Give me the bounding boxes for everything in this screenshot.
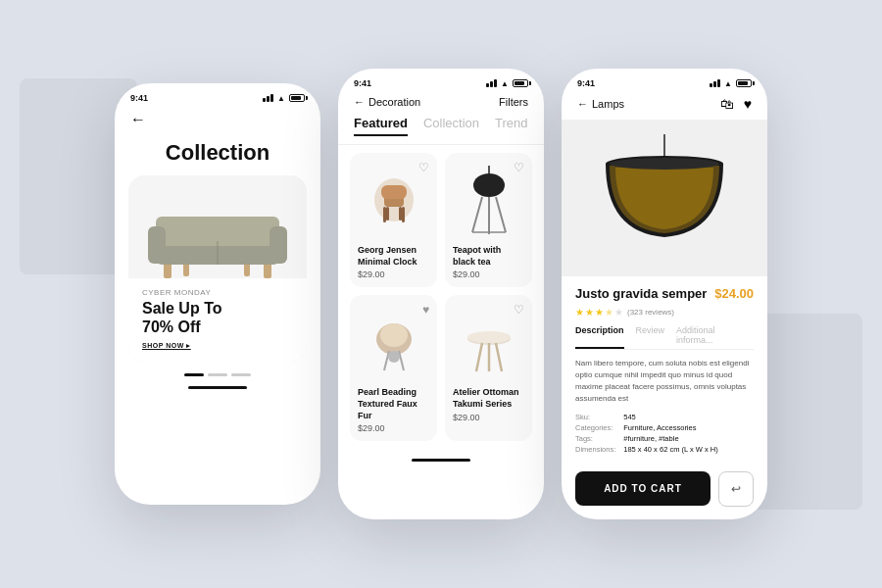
hero-label: Cyber Monday [142,288,293,297]
product-price-2: $29.00 [453,270,524,279]
svg-rect-11 [381,185,407,199]
rating-stars: ★ ★ ★ ★ ★ [575,307,623,318]
status-bar-2: 9:41 ▲ [338,69,544,92]
signal-icon-2 [486,79,497,87]
tab-trend[interactable]: Trend [495,116,527,136]
review-count: (323 reviews) [627,308,674,317]
products-grid: ♡ Georg JensenMinimal Clock $29.00 [338,145,544,449]
sku-label: Sku: [575,413,615,421]
tags-label: Tags: [575,434,615,443]
phone-collection: 9:41 ▲ ← Collection [115,83,320,505]
product-bottom-bar: ADD TO CART ↩ [562,464,767,514]
svg-rect-14 [386,207,389,220]
dimensions-value: 185 x 40 x 62 cm (L x W x H) [623,445,754,454]
star-empty: ★ [614,307,623,318]
battery-icon-2 [513,79,528,87]
svg-rect-0 [164,263,172,278]
product-card-3: ♥ Pearl BeadingTextured Faux Fur $29.00 [350,295,437,441]
svg-rect-13 [402,207,405,222]
wishlist-btn-4[interactable]: ♡ [514,303,524,317]
cart-icon[interactable]: 🛍 [720,96,734,112]
svg-rect-1 [264,263,271,278]
phone1-nav: ← [115,107,320,136]
wifi-icon: ▲ [277,94,285,103]
svg-rect-2 [183,263,189,276]
page-title-1: Collection [115,136,320,175]
status-icons-3: ▲ [710,79,752,88]
wishlist-btn-3[interactable]: ♥ [422,303,429,317]
product-title-row: Justo gravida semper $24.00 [575,286,754,303]
wifi-icon-2: ▲ [501,79,509,88]
battery-icon [289,94,305,102]
star-1: ★ [575,307,584,318]
add-to-cart-button[interactable]: ADD TO CART [575,471,710,506]
categories-label: Categories: [575,423,615,432]
breadcrumb-2: Decoration [368,96,420,108]
status-time-3: 9:41 [577,78,595,88]
wishlist-btn-2[interactable]: ♡ [514,161,524,174]
phone2-header: ← Decoration Filters [338,92,544,116]
back-icon-2: ← [354,96,365,108]
phones-container: 9:41 ▲ ← Collection [115,69,767,519]
status-bar-1: 9:41 ▲ [115,83,320,107]
tags-value: #furniture, #table [623,434,754,443]
filters-button[interactable]: Filters [499,96,528,108]
svg-rect-3 [244,263,250,276]
phone3-back[interactable]: ← Lamps [577,98,624,110]
tab-featured[interactable]: Featured [354,116,408,136]
signal-icon [263,94,273,102]
dimensions-label: Dimensions: [575,445,615,454]
back-arrow-1[interactable]: ← [130,111,146,127]
signal-icon-3 [710,79,720,87]
svg-point-23 [380,323,408,347]
product-price-4: $29.00 [453,413,524,422]
phone3-action-icons: 🛍 ♥ [720,96,752,112]
product-price-1: $29.00 [358,270,429,279]
return-button[interactable]: ↩ [718,471,754,507]
product-hero-image [562,120,767,276]
svg-line-18 [472,197,482,232]
svg-point-28 [467,331,511,343]
wishlist-icon[interactable]: ♥ [744,96,752,112]
phone3-header: ← Lamps 🛍 ♥ [562,92,767,120]
dot-active [184,373,204,376]
tab-collection[interactable]: Collection [423,116,479,136]
phone2-tabs: Featured Collection Trend [338,116,544,145]
svg-rect-12 [383,207,386,222]
tab-review[interactable]: Review [636,325,665,349]
product-name-4: Atelier OttomanTakumi Series [453,387,524,410]
svg-line-31 [496,343,502,371]
dot-inactive-1 [208,373,227,376]
hero-text-area: Cyber Monday Sale Up To70% Off SHOP NOW … [128,278,307,362]
carousel-dots [115,373,320,376]
battery-icon-3 [736,79,752,87]
breadcrumb-3: Lamps [592,98,624,110]
shop-now-link[interactable]: SHOP NOW ▸ [142,342,293,350]
tab-description[interactable]: Description [575,325,624,349]
svg-rect-6 [148,226,166,264]
product-name-2: Teapot with black tea [453,245,524,268]
svg-line-25 [399,351,404,370]
svg-point-26 [388,351,400,363]
star-3: ★ [595,307,604,318]
product-img-3 [358,303,429,381]
phone-product-detail: 9:41 ▲ ← Lamps 🛍 ♥ [562,69,767,519]
star-2: ★ [585,307,594,318]
phone2-back[interactable]: ← Decoration [354,96,420,108]
product-title: Justo gravida semper [575,286,714,303]
tab-additional[interactable]: Additional informa... [676,325,754,349]
home-bar-1 [188,386,247,389]
product-name-3: Pearl BeadingTextured Faux Fur [358,387,429,421]
categories-value: Furniture, Accessories [623,423,754,432]
status-time-1: 9:41 [130,93,148,103]
status-time-2: 9:41 [354,78,371,88]
home-bar-2 [412,459,470,462]
svg-line-20 [496,197,506,232]
product-card-2: ♡ Teapot with black tea $29.00 [445,153,532,287]
wishlist-btn-1[interactable]: ♡ [418,161,429,174]
svg-point-34 [610,158,719,170]
svg-point-16 [473,173,505,197]
star-half: ★ [605,307,613,318]
dot-inactive-2 [231,373,251,376]
phone-featured: 9:41 ▲ ← Decoration Filters Featured Col [338,69,544,519]
